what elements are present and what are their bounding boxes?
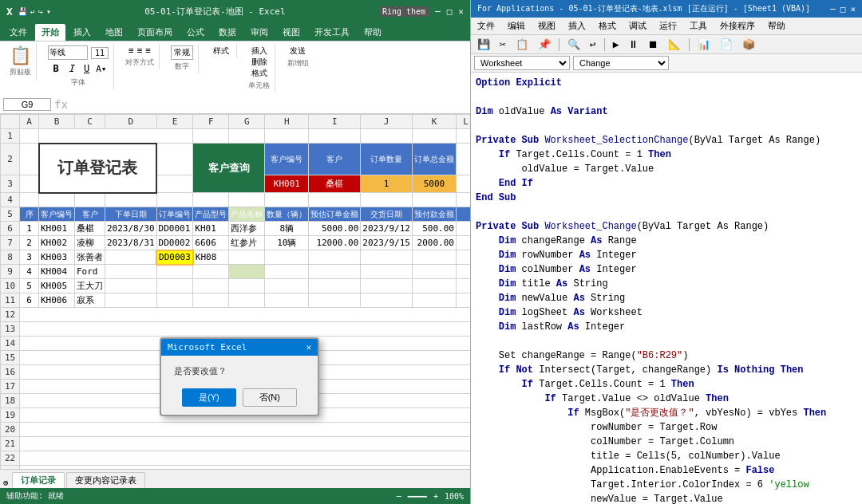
cell-cust-6[interactable]: 寂系: [75, 293, 105, 308]
vba-minimize-btn[interactable]: ─: [830, 4, 836, 14]
tab-view[interactable]: 视图: [276, 24, 306, 41]
zoom-slider[interactable]: ━━━━: [408, 492, 427, 501]
cell-L4[interactable]: [456, 193, 470, 207]
styles-btn[interactable]: 样式: [213, 45, 229, 57]
cell-E2[interactable]: [156, 144, 193, 175]
cell-B1[interactable]: [39, 129, 193, 144]
vba-reset-btn[interactable]: ⏹: [645, 37, 662, 52]
align-center-btn[interactable]: ≡: [137, 45, 143, 56]
lookup-btn[interactable]: 客户查询: [193, 144, 265, 193]
cell-prod-2[interactable]: 6606: [193, 236, 229, 250]
vba-code-editor[interactable]: Option Explicit Dim oldValue As Variant …: [471, 73, 862, 504]
cell-del-6[interactable]: [361, 293, 413, 308]
col-L[interactable]: L: [456, 115, 470, 129]
cell-dep-6[interactable]: [412, 293, 456, 308]
cell-D4[interactable]: [105, 193, 157, 207]
bold-btn[interactable]: B: [50, 61, 62, 76]
cell-J1[interactable]: [361, 129, 413, 144]
tab-data[interactable]: 数据: [212, 24, 243, 41]
cell-seq-2[interactable]: 2: [20, 236, 39, 250]
redo-icon[interactable]: ↪: [38, 7, 43, 16]
cell-cust-3[interactable]: 张善者: [75, 250, 105, 265]
italic-btn[interactable]: I: [65, 61, 77, 76]
cell-H4[interactable]: [265, 193, 309, 207]
col-J[interactable]: J: [361, 115, 413, 129]
vba-class-btn[interactable]: 📦: [739, 37, 758, 52]
cell-date-1[interactable]: 2023/8/30: [105, 222, 157, 236]
paste-icon[interactable]: 📋: [10, 45, 31, 65]
tab-dev[interactable]: 开发工具: [308, 24, 356, 41]
zoom-in-btn[interactable]: +: [433, 492, 438, 501]
align-left-btn[interactable]: ≡: [129, 45, 134, 56]
col-H[interactable]: H: [265, 115, 309, 129]
cell-cust-2[interactable]: 凌柳: [75, 236, 105, 250]
vba-save-btn[interactable]: 💾: [474, 37, 493, 52]
cell-L2[interactable]: [456, 144, 470, 175]
col-A[interactable]: A: [20, 115, 39, 129]
cell-cid-5[interactable]: KH005: [39, 279, 75, 293]
cell-pname-3[interactable]: [229, 250, 265, 265]
cell-date-3[interactable]: [105, 250, 157, 265]
cell-cid-6[interactable]: KH006: [39, 293, 75, 308]
dialog-no-btn[interactable]: 否(N): [243, 388, 297, 407]
cell-del-4[interactable]: [361, 265, 413, 279]
cell-est-6[interactable]: [309, 293, 361, 308]
cell-E3[interactable]: [156, 175, 193, 193]
insert-cells-btn[interactable]: 插入: [251, 45, 267, 57]
cell-cust-5[interactable]: 王大刀: [75, 279, 105, 293]
cell-del-3[interactable]: [361, 250, 413, 265]
font-color-btn[interactable]: A▾: [96, 64, 106, 74]
cell-ordno-4[interactable]: [156, 265, 193, 279]
cell-ordno-2[interactable]: DD0002: [156, 236, 193, 250]
vba-module-btn[interactable]: 📄: [717, 37, 736, 52]
number-format[interactable]: 常规: [171, 45, 193, 60]
sheet-table-wrapper[interactable]: A B C D E F G H I J K L: [0, 114, 470, 469]
vba-menu-view[interactable]: 视图: [535, 19, 559, 33]
cell-E4[interactable]: [156, 193, 193, 207]
cell-pname-2[interactable]: 红参片: [229, 236, 265, 250]
cell-est-1[interactable]: 5000.00: [309, 222, 361, 236]
cell-qty-1[interactable]: 8辆: [265, 222, 309, 236]
cell-prod-4[interactable]: [193, 265, 229, 279]
cell-qty-4[interactable]: [265, 265, 309, 279]
cell-pname-1[interactable]: 西洋参: [229, 222, 265, 236]
tab-review[interactable]: 审阅: [244, 24, 275, 41]
cell-I4[interactable]: [309, 193, 361, 207]
cell-H1[interactable]: [265, 129, 309, 144]
sheet-tab-changes[interactable]: 变更内容记录表: [66, 472, 145, 488]
cell-prod-5[interactable]: [193, 279, 229, 293]
cell-ordno-5[interactable]: [156, 279, 193, 293]
cell-dep-2[interactable]: 2000.00: [412, 236, 456, 250]
vba-menu-file[interactable]: 文件: [474, 19, 498, 33]
cell-dep-3[interactable]: [412, 250, 456, 265]
col-G[interactable]: G: [229, 115, 265, 129]
cell-qty-5[interactable]: [265, 279, 309, 293]
cell-l-3[interactable]: [456, 250, 470, 265]
cell-cid-1[interactable]: KH001: [39, 222, 75, 236]
cell-prod-6[interactable]: [193, 293, 229, 308]
cell-date-6[interactable]: [105, 293, 157, 308]
autofill-btn[interactable]: 发送: [290, 45, 306, 57]
undo-icon[interactable]: ↩: [30, 7, 35, 16]
cell-l-6[interactable]: [456, 293, 470, 308]
col-I[interactable]: I: [309, 115, 361, 129]
cell-pname-5[interactable]: [229, 279, 265, 293]
vba-menu-format[interactable]: 格式: [595, 19, 619, 33]
cell-L5[interactable]: [456, 207, 470, 222]
cell-K4[interactable]: [412, 193, 456, 207]
tab-formula[interactable]: 公式: [180, 24, 211, 41]
cell-seq-3[interactable]: 3: [20, 250, 39, 265]
vba-undo-btn[interactable]: ↩: [587, 37, 599, 52]
vba-menu-tools[interactable]: 工具: [686, 19, 710, 33]
cell-est-3[interactable]: [309, 250, 361, 265]
cell-ordno-6[interactable]: [156, 293, 193, 308]
cell-l-5[interactable]: [456, 279, 470, 293]
cell-seq-4[interactable]: 4: [20, 265, 39, 279]
formula-input[interactable]: [71, 100, 467, 109]
col-F[interactable]: F: [193, 115, 229, 129]
cell-est-5[interactable]: [309, 279, 361, 293]
save-icon[interactable]: 💾: [18, 7, 27, 16]
dialog-yes-btn[interactable]: 是(Y): [182, 388, 236, 407]
tab-layout[interactable]: 页面布局: [131, 24, 179, 41]
cell-A2[interactable]: [20, 144, 39, 175]
